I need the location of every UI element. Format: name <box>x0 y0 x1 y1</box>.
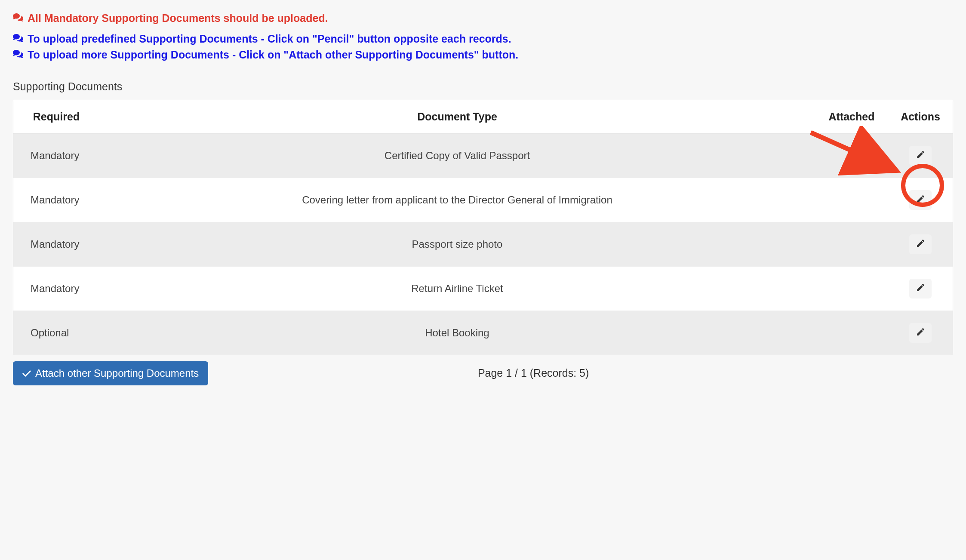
cell-attached <box>815 133 888 178</box>
cell-type: Certified Copy of Valid Passport <box>99 133 815 178</box>
table-row: MandatoryCovering letter from applicant … <box>13 178 953 222</box>
instruction-line-2: To upload predefined Supporting Document… <box>13 31 953 47</box>
instruction-text-2: To upload predefined Supporting Document… <box>28 31 511 47</box>
documents-table: Required Document Type Attached Actions … <box>13 100 953 355</box>
cell-required: Mandatory <box>13 266 99 311</box>
pencil-icon <box>916 283 925 293</box>
instruction-text-3: To upload more Supporting Documents - Cl… <box>28 47 518 63</box>
cell-attached <box>815 178 888 222</box>
pencil-icon <box>916 239 925 249</box>
pencil-icon <box>916 151 925 160</box>
instruction-line-1: All Mandatory Supporting Documents shoul… <box>13 10 953 27</box>
comments-icon <box>13 48 23 64</box>
cell-required: Mandatory <box>13 133 99 178</box>
cell-actions <box>888 133 953 178</box>
cell-type: Covering letter from applicant to the Di… <box>99 178 815 222</box>
edit-button[interactable] <box>909 146 932 166</box>
pencil-icon <box>916 328 925 338</box>
attach-other-documents-button[interactable]: Attach other Supporting Documents <box>13 361 208 385</box>
documents-table-wrap: Required Document Type Attached Actions … <box>13 100 953 355</box>
table-row: MandatoryReturn Airline Ticket <box>13 266 953 311</box>
header-type: Document Type <box>99 100 815 134</box>
table-row: MandatoryPassport size photo <box>13 222 953 266</box>
comments-icon <box>13 11 23 28</box>
cell-required: Mandatory <box>13 222 99 266</box>
cell-actions <box>888 311 953 355</box>
header-actions: Actions <box>888 100 953 134</box>
attach-button-label: Attach other Supporting Documents <box>35 367 199 379</box>
cell-attached <box>815 311 888 355</box>
cell-actions <box>888 222 953 266</box>
edit-button[interactable] <box>909 323 932 343</box>
cell-required: Optional <box>13 311 99 355</box>
edit-button[interactable] <box>909 234 932 254</box>
instruction-line-3: To upload more Supporting Documents - Cl… <box>13 47 953 63</box>
cell-attached <box>815 222 888 266</box>
header-attached: Attached <box>815 100 888 134</box>
cell-type: Hotel Booking <box>99 311 815 355</box>
cell-actions <box>888 178 953 222</box>
edit-button[interactable] <box>909 190 932 210</box>
cell-actions <box>888 266 953 311</box>
table-footer: Attach other Supporting Documents Page 1… <box>13 361 953 385</box>
cell-attached <box>815 266 888 311</box>
section-title: Supporting Documents <box>13 80 953 93</box>
table-row: MandatoryCertified Copy of Valid Passpor… <box>13 133 953 178</box>
comments-icon <box>13 32 23 48</box>
cell-type: Return Airline Ticket <box>99 266 815 311</box>
pencil-icon <box>916 195 925 205</box>
check-icon <box>22 367 31 379</box>
header-required: Required <box>13 100 99 134</box>
edit-button[interactable] <box>909 279 932 298</box>
cell-required: Mandatory <box>13 178 99 222</box>
cell-type: Passport size photo <box>99 222 815 266</box>
pagination-info: Page 1 / 1 (Records: 5) <box>221 367 953 379</box>
instructions-block: All Mandatory Supporting Documents shoul… <box>13 10 953 63</box>
table-row: OptionalHotel Booking <box>13 311 953 355</box>
instruction-text-1: All Mandatory Supporting Documents shoul… <box>28 10 328 27</box>
